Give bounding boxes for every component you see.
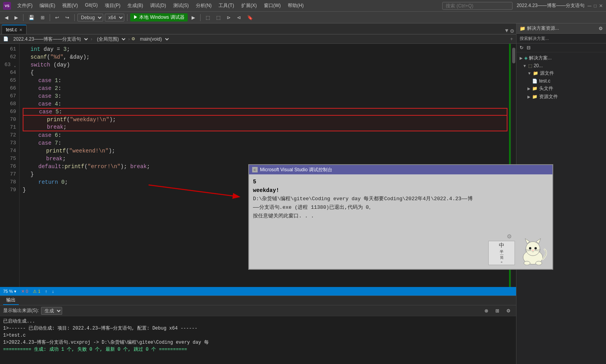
tab-testc[interactable]: test.c ✕ xyxy=(2,25,27,34)
scrollbar-thumb[interactable] xyxy=(512,48,515,63)
error-count: 0 xyxy=(26,289,28,294)
line-64: 64 xyxy=(3,69,16,77)
minimize-btn[interactable]: ─ xyxy=(588,3,592,9)
tree-label-project: 20... xyxy=(534,63,543,68)
undo-btn[interactable]: ↩ xyxy=(53,14,61,21)
error-icon: ✕ xyxy=(21,289,25,294)
toolbar-extra3[interactable]: ⊳ xyxy=(224,14,233,21)
tree-label-resources: 资源文件 xyxy=(539,93,558,100)
tab-list-btn[interactable]: ▾ xyxy=(505,27,508,34)
type-int: int xyxy=(30,45,40,53)
redo-btn[interactable]: ↪ xyxy=(63,14,72,21)
solution-search-bar: 搜索解决方案... xyxy=(516,34,606,43)
output-settings-btn[interactable]: ⚙ xyxy=(504,307,513,314)
menu-git[interactable]: Git(G) xyxy=(82,2,101,10)
code-line-70: printf ( "weekday!\n" ); xyxy=(23,116,507,124)
window-title: 2022.4.23——博客——分支语句 xyxy=(516,2,584,9)
zoom-indicator[interactable]: 75 % ▾ xyxy=(3,289,16,294)
collapse-icon-63[interactable]: ▾ xyxy=(12,63,16,67)
toolbar-extra4[interactable]: ⊲ xyxy=(235,14,243,21)
tree-item-sources[interactable]: ▼ 📁 源文件 xyxy=(518,69,604,77)
menu-project[interactable]: 项目(P) xyxy=(102,2,124,10)
run-btn[interactable]: ▶ xyxy=(189,14,197,21)
svg-point-7 xyxy=(534,247,537,249)
line-65: 65 xyxy=(3,77,16,84)
output-tab-output[interactable]: 输出 xyxy=(3,296,19,305)
line-73: 73 xyxy=(3,139,16,147)
breadcrumb-add-btn[interactable]: + xyxy=(510,36,513,42)
breadcrumb-scope-select[interactable]: (全局范围) xyxy=(94,36,127,42)
toolbar-bookmark[interactable]: 🔖 xyxy=(245,14,255,21)
console-close-hint: 按任意键关闭此窗口. . . xyxy=(253,212,549,221)
error-indicator[interactable]: ✕ 0 xyxy=(21,289,28,294)
code-line-74: printf ( "weekend!\n" ); xyxy=(23,147,507,155)
code-line-71: break ; xyxy=(23,124,507,131)
tree-arrow-project: ▼ xyxy=(523,64,527,68)
warning-indicator[interactable]: ⚠ 1 xyxy=(33,289,40,294)
sidebar-collapse-btn[interactable]: ⊟ xyxy=(525,44,532,51)
gear-decoration-icon: ⚙ xyxy=(507,232,511,240)
line-76: 76 xyxy=(3,163,16,170)
tab-bar: test.c ✕ ▾ ⚙ xyxy=(0,23,516,34)
back-btn[interactable]: ◀ xyxy=(2,14,11,21)
solution-icon: 📁 xyxy=(520,26,525,31)
svg-point-14 xyxy=(536,261,542,265)
code-line-67: case 3 : xyxy=(23,92,507,100)
tab-settings-btn[interactable]: ⚙ xyxy=(510,28,515,34)
tree-item-resources[interactable]: ▶ 📁 资源文件 xyxy=(518,93,604,101)
menu-build[interactable]: 生成(B) xyxy=(124,2,146,10)
console-content: 5 weekday! D:\杂货铺\编程\gitee\Coding every … xyxy=(249,174,552,269)
search-input[interactable] xyxy=(442,2,513,10)
toolbar: ◀ ▶ 💾 ⊞ ↩ ↪ Debug x64 ▶ 本地 Windows 调试器 ▶… xyxy=(0,12,606,23)
menu-analyze[interactable]: 分析(N) xyxy=(193,2,215,10)
menu-test[interactable]: 测试(S) xyxy=(170,2,192,10)
tree-item-testc[interactable]: 📄 test.c xyxy=(518,77,604,84)
output-line-1: 已启动生成... xyxy=(3,318,513,325)
tree-item-project[interactable]: ▼ ⬚ 20... xyxy=(518,62,604,69)
tab-close-icon[interactable]: ✕ xyxy=(19,28,22,32)
resources-icon: 📁 xyxy=(532,94,538,99)
save-all-btn[interactable]: ⊞ xyxy=(38,14,47,21)
output-source-label: 显示输出来源(S): xyxy=(3,307,39,314)
menu-edit[interactable]: 编辑(E) xyxy=(36,2,58,10)
maximize-btn[interactable]: □ xyxy=(594,3,597,9)
solution-title: 解决方案资源... xyxy=(527,25,559,32)
menu-view[interactable]: 视图(V) xyxy=(59,2,81,10)
line-66: 66 xyxy=(3,84,16,92)
console-path-line2: ——分支语句.exe (进程 11380)已退出,代码为 0。 xyxy=(253,203,549,212)
code-line-68: case 4 : xyxy=(23,100,507,108)
output-wrap-btn[interactable]: ⊞ xyxy=(493,307,502,314)
nav-down-btn[interactable]: ↓ xyxy=(52,289,54,294)
arch-dropdown[interactable]: x64 xyxy=(105,14,124,22)
menu-help[interactable]: 帮助(H) xyxy=(285,2,307,10)
tree-arrow-resources: ▶ xyxy=(527,95,531,99)
line-79: 79 xyxy=(3,186,16,194)
menu-debug[interactable]: 调试(D) xyxy=(147,2,169,10)
menu-extensions[interactable]: 扩展(X) xyxy=(238,2,260,10)
output-panel: 输出 显示输出来源(S): 生成 ⊗ ⊞ ⚙ 已启动生成... 1>------… xyxy=(0,296,516,364)
menu-tools[interactable]: 工具(T) xyxy=(215,2,237,10)
save-btn[interactable]: 💾 xyxy=(26,14,37,21)
toolbar-extra2[interactable]: ⬚ xyxy=(214,14,223,21)
line-74: 74 xyxy=(3,147,16,155)
breadcrumb-function-select[interactable]: main(void) xyxy=(137,36,170,42)
tree-arrow-solution: ▶ xyxy=(520,56,523,60)
menu-file[interactable]: 文件(F) xyxy=(14,2,36,10)
output-clear-btn[interactable]: ⊗ xyxy=(482,307,491,314)
close-btn[interactable]: ✕ xyxy=(599,3,603,9)
debug-config-dropdown[interactable]: Debug xyxy=(77,14,103,22)
toolbar-extra1[interactable]: ⬚ xyxy=(203,14,212,21)
code-line-69: case 5 : xyxy=(23,108,507,116)
tree-item-solution[interactable]: ▶ ◈ 解决方案... xyxy=(518,54,604,62)
tree-item-headers[interactable]: ▶ 📁 头文件 xyxy=(518,84,604,93)
console-window[interactable]: C Microsoft Visual Studio 调试控制台 5 weekda… xyxy=(248,164,553,270)
sidebar-settings-btn[interactable]: ⚙ xyxy=(599,26,603,31)
sidebar-refresh-btn[interactable]: ↻ xyxy=(518,44,525,51)
forward-btn[interactable]: ▶ xyxy=(12,14,20,21)
breadcrumb-path-select[interactable]: 2022.4.23——博客——分支语句 xyxy=(10,36,89,42)
nav-up-btn[interactable]: ↑ xyxy=(45,289,47,294)
output-source-select[interactable]: 生成 xyxy=(41,307,62,315)
line-69: 69 xyxy=(3,108,16,116)
menu-window[interactable]: 窗口(W) xyxy=(261,2,284,10)
run-debugger-btn[interactable]: ▶ 本地 Windows 调试器 xyxy=(130,13,188,22)
